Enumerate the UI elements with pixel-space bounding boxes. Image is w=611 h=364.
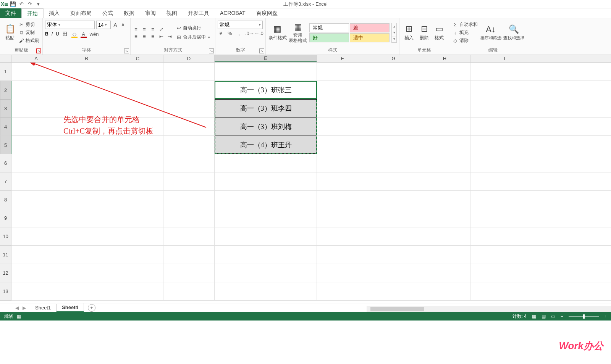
- row-header-9[interactable]: 9: [0, 209, 11, 227]
- view-normal-icon[interactable]: ▦: [532, 314, 536, 319]
- row-header-5[interactable]: 5: [0, 136, 11, 154]
- cell-D4[interactable]: [163, 118, 215, 135]
- autosum-button[interactable]: Σ自动求和: [451, 21, 478, 29]
- cell-B9[interactable]: [61, 209, 112, 227]
- cell-F9[interactable]: [317, 209, 368, 227]
- cell-B2[interactable]: [61, 81, 112, 99]
- cell-C8[interactable]: [112, 191, 163, 209]
- cell-C13[interactable]: [112, 282, 163, 300]
- cell-I2[interactable]: [470, 81, 539, 99]
- sheet-nav-prev-icon[interactable]: ◀: [15, 305, 19, 311]
- fill-color-icon[interactable]: ◇: [71, 31, 78, 37]
- cell-I13[interactable]: [470, 282, 539, 300]
- cell-C12[interactable]: [112, 264, 163, 282]
- font-color-icon[interactable]: A: [81, 31, 87, 37]
- conditional-format-button[interactable]: ▦条件格式: [268, 20, 287, 45]
- cell-H13[interactable]: [419, 282, 470, 300]
- orientation-icon[interactable]: ⤢: [158, 26, 164, 32]
- cell-D3[interactable]: [163, 99, 215, 117]
- style-good[interactable]: 好: [309, 33, 349, 42]
- cell-E4[interactable]: 高一（3）班刘梅: [215, 118, 317, 135]
- font-size-select[interactable]: 14▾: [96, 21, 111, 29]
- cell-A8[interactable]: [11, 191, 61, 209]
- cell-H9[interactable]: [419, 209, 470, 227]
- cell-H7[interactable]: [419, 172, 470, 190]
- cell-A10[interactable]: [11, 227, 61, 245]
- cell-H3[interactable]: [419, 99, 470, 117]
- cell-F3[interactable]: [317, 99, 368, 117]
- cell-D5[interactable]: [163, 136, 215, 154]
- tab-insert[interactable]: 插入: [44, 8, 65, 18]
- percent-icon[interactable]: %: [227, 31, 233, 36]
- tab-data[interactable]: 数据: [118, 8, 140, 18]
- sheet-tab-1[interactable]: Sheet1: [30, 304, 57, 312]
- cell-A3[interactable]: [11, 99, 61, 117]
- col-header-I[interactable]: I: [470, 55, 539, 62]
- gallery-more-icon[interactable]: ▾: [392, 37, 396, 41]
- row-header-10[interactable]: 10: [0, 227, 11, 246]
- row-header-4[interactable]: 4: [0, 118, 11, 136]
- cell-I12[interactable]: [470, 264, 539, 282]
- tab-pagelayout[interactable]: 页面布局: [65, 8, 97, 18]
- cell-styles-gallery[interactable]: 常规 差 好 适中: [309, 23, 390, 43]
- tab-acrobat[interactable]: ACROBAT: [215, 8, 251, 18]
- indent-inc-icon[interactable]: ⇥: [166, 34, 173, 39]
- col-header-E[interactable]: E: [215, 55, 317, 62]
- cell-D12[interactable]: [163, 264, 215, 282]
- cell-G2[interactable]: [368, 81, 419, 99]
- format-table-button[interactable]: ▦套用 表格格式: [289, 20, 308, 45]
- cell-E10[interactable]: [215, 227, 317, 245]
- cell-E1[interactable]: [215, 63, 317, 81]
- cells-area[interactable]: 高一（3）班张三高一（3）班李四高一（3）班刘梅高一（4）班王丹: [11, 63, 611, 301]
- col-header-F[interactable]: F: [317, 55, 368, 62]
- cell-I5[interactable]: [470, 136, 539, 154]
- cell-D1[interactable]: [163, 63, 215, 81]
- cell-F2[interactable]: [317, 81, 368, 99]
- comma-icon[interactable]: ,: [236, 31, 242, 36]
- cell-H11[interactable]: [419, 246, 470, 264]
- number-format-select[interactable]: 常规▾: [218, 21, 263, 29]
- dec-decimal-icon[interactable]: ←.0: [254, 31, 260, 36]
- cell-D7[interactable]: [163, 172, 215, 190]
- redo-icon[interactable]: ↷: [27, 1, 33, 7]
- cell-C1[interactable]: [112, 63, 163, 81]
- row-header-12[interactable]: 12: [0, 264, 11, 282]
- row-header-2[interactable]: 2: [0, 81, 11, 99]
- copy-button[interactable]: ⧉复制: [18, 29, 40, 37]
- cell-D9[interactable]: [163, 209, 215, 227]
- cell-A5[interactable]: [11, 136, 61, 154]
- row-header-13[interactable]: 13: [0, 282, 11, 301]
- row-header-3[interactable]: 3: [0, 99, 11, 118]
- indent-dec-icon[interactable]: ⇤: [158, 34, 164, 39]
- fill-button[interactable]: ↓填充: [451, 29, 478, 37]
- cell-H2[interactable]: [419, 81, 470, 99]
- tab-home[interactable]: 开始: [21, 8, 44, 18]
- cell-A1[interactable]: [11, 63, 61, 81]
- cell-E2[interactable]: 高一（3）班张三: [215, 81, 317, 99]
- cell-G6[interactable]: [368, 154, 419, 172]
- cell-G9[interactable]: [368, 209, 419, 227]
- align-launcher[interactable]: ↘: [209, 48, 214, 53]
- cell-G12[interactable]: [368, 264, 419, 282]
- align-right-icon[interactable]: ≡: [150, 34, 156, 39]
- format-cells-button[interactable]: ▭格式: [432, 20, 446, 45]
- cell-F7[interactable]: [317, 172, 368, 190]
- save-icon[interactable]: 💾: [10, 1, 16, 7]
- phonetic-icon[interactable]: wén: [90, 31, 96, 37]
- paste-button[interactable]: 📋 粘贴: [2, 20, 18, 45]
- cell-F10[interactable]: [317, 227, 368, 245]
- cell-B10[interactable]: [61, 227, 112, 245]
- col-header-D[interactable]: D: [163, 55, 215, 62]
- col-header-H[interactable]: H: [419, 55, 470, 62]
- gallery-up-icon[interactable]: ▴: [392, 24, 396, 28]
- cell-D8[interactable]: [163, 191, 215, 209]
- style-bad[interactable]: 差: [350, 23, 390, 32]
- cell-F11[interactable]: [317, 246, 368, 264]
- cell-H10[interactable]: [419, 227, 470, 245]
- cell-F1[interactable]: [317, 63, 368, 81]
- tab-review[interactable]: 审阅: [140, 8, 161, 18]
- cell-A9[interactable]: [11, 209, 61, 227]
- cell-B1[interactable]: [61, 63, 112, 81]
- bold-button[interactable]: B: [45, 31, 48, 37]
- worksheet-grid[interactable]: 12345678910111213 高一（3）班张三高一（3）班李四高一（3）班…: [0, 63, 611, 303]
